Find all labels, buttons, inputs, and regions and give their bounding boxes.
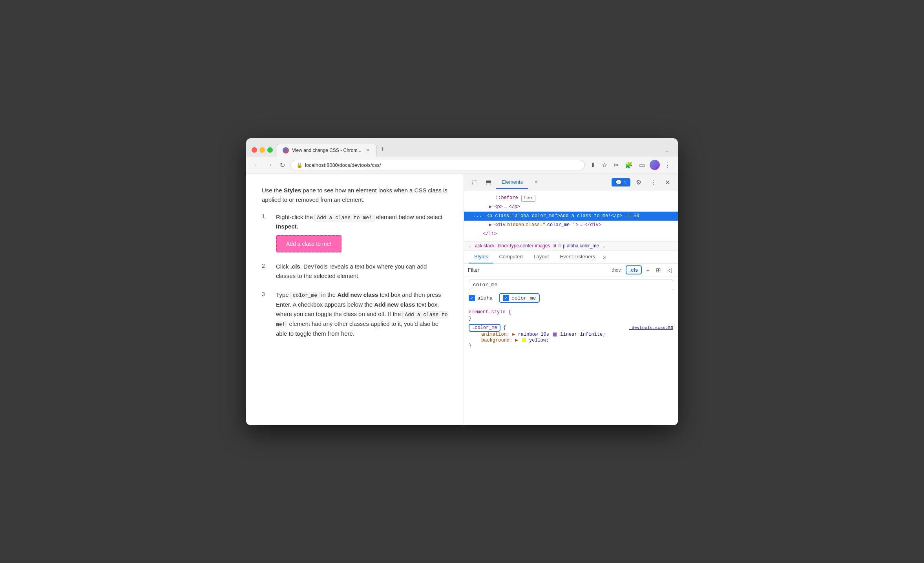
filter-actions: :hov .cls + ⊞ ◁ bbox=[610, 265, 674, 274]
dom-ellipsis: ... bbox=[473, 212, 482, 220]
dom-div-tag: <div bbox=[494, 221, 506, 229]
tab-overflow-button[interactable]: ⌄ bbox=[662, 145, 672, 157]
minimize-window-button[interactable] bbox=[259, 147, 265, 153]
demo-button[interactable]: Add a class to me! bbox=[276, 235, 341, 252]
style-selector-element: element.style { bbox=[469, 309, 673, 315]
add-style-rule-button[interactable]: + bbox=[644, 266, 652, 274]
extension-scissor-icon[interactable]: ✂ bbox=[612, 160, 620, 170]
styles-tabs-bar: Styles Computed Layout Event Listeners » bbox=[464, 250, 678, 264]
tab-layout[interactable]: Layout bbox=[528, 250, 554, 263]
address-input[interactable]: 🔒 localhost:8080/docs/devtools/css/ bbox=[290, 160, 585, 170]
tab-favicon bbox=[283, 147, 289, 154]
inline-code-3b: Add a class to me! bbox=[276, 311, 448, 328]
filter-input[interactable] bbox=[468, 267, 606, 273]
back-button[interactable]: ← bbox=[252, 160, 261, 170]
inline-code-1: Add a class to me! bbox=[314, 214, 374, 221]
bookmark-icon[interactable]: ☆ bbox=[600, 160, 609, 170]
title-bar: View and change CSS - Chrom... ✕ + ⌄ bbox=[246, 138, 678, 157]
dom-line-selected[interactable]: ... <p class="aloha color_me">Add a clas… bbox=[464, 212, 678, 221]
close-window-button[interactable] bbox=[252, 147, 257, 153]
forward-button[interactable]: → bbox=[265, 160, 274, 170]
step-content-1: Right-click the Add a class to me! eleme… bbox=[276, 212, 448, 253]
style-prop-background: background: ▶ yellow; bbox=[469, 337, 673, 343]
tab-more-panels[interactable]: » bbox=[529, 176, 543, 189]
step-list: 1 Right-click the Add a class to me! ele… bbox=[262, 212, 448, 338]
console-badge[interactable]: 💬 1 bbox=[612, 178, 630, 186]
extensions-icon[interactable]: 🧩 bbox=[623, 160, 634, 170]
step-number-3: 3 bbox=[262, 290, 270, 338]
console-count: 1 bbox=[624, 179, 626, 185]
hov-button[interactable]: :hov bbox=[610, 267, 623, 274]
color-me-open-brace: { bbox=[503, 325, 506, 331]
cls-checkbox-aloha[interactable]: ✓ aloha bbox=[469, 295, 493, 301]
tab-styles[interactable]: Styles bbox=[469, 250, 493, 263]
user-avatar[interactable] bbox=[650, 160, 660, 170]
styles-bold: Styles bbox=[284, 187, 301, 194]
menu-icon[interactable]: ⋮ bbox=[663, 160, 672, 170]
breadcrumb-ol[interactable]: ol bbox=[552, 243, 556, 249]
background-color-swatch bbox=[522, 338, 526, 342]
add-new-class-bold-2: Add new class bbox=[374, 301, 415, 308]
background-expand-arrow[interactable]: ▶ bbox=[515, 338, 518, 343]
step-text-3: Type color_me in the Add new class text … bbox=[276, 290, 448, 338]
step-content-2: Click .cls. DevTools reveals a text box … bbox=[276, 262, 448, 281]
close-devtools-icon[interactable]: ✕ bbox=[662, 176, 673, 188]
dom-flex-badge: flex bbox=[521, 195, 535, 202]
dom-line-p1[interactable]: ▶ <p>…</p> bbox=[464, 203, 678, 212]
dom-line-li-close[interactable]: </li> bbox=[464, 230, 678, 239]
console-icon: 💬 bbox=[615, 179, 622, 185]
devtools-header: ⬚ ⬒ Elements » 💬 1 ⚙ ⋮ ✕ bbox=[464, 174, 678, 191]
dom-li-close-tag: </li> bbox=[483, 230, 497, 238]
style-source-link[interactable]: _devtools.scss:55 bbox=[629, 325, 673, 330]
dom-arrow-div[interactable]: ▶ bbox=[489, 221, 492, 229]
element-style-close: } bbox=[469, 316, 673, 321]
cls-checkbox-color-me[interactable]: ✓ color_me bbox=[499, 293, 540, 303]
cls-checkboxes: ✓ aloha ✓ color_me bbox=[469, 293, 673, 303]
step-text-2: Click .cls. DevTools reveals a text box … bbox=[276, 262, 448, 281]
dom-line-div[interactable]: ▶ <div hidden class="color_me" >…</div> bbox=[464, 221, 678, 230]
main-content: Use the Styles pane to see how an elemen… bbox=[246, 174, 678, 425]
more-options-icon[interactable]: ⋮ bbox=[647, 176, 659, 188]
share-icon[interactable]: ⬆ bbox=[589, 160, 597, 170]
breadcrumb-stack[interactable]: ack.stack--block.type.center-images bbox=[475, 243, 550, 249]
tabs-area: View and change CSS - Chrom... ✕ + ⌄ bbox=[277, 142, 672, 157]
color-me-checkbox[interactable]: ✓ bbox=[503, 295, 509, 301]
tab-elements[interactable]: Elements bbox=[496, 176, 528, 189]
settings-icon[interactable]: ⚙ bbox=[633, 176, 645, 188]
cls-class-input[interactable] bbox=[469, 280, 673, 290]
color-me-selector: .color_me bbox=[469, 324, 500, 332]
breadcrumb-li[interactable]: li bbox=[559, 243, 561, 249]
dom-selected-html: <p class="aloha color_me">Add a class to… bbox=[487, 212, 639, 220]
tab-close-button[interactable]: ✕ bbox=[365, 147, 371, 154]
style-selector-color-me: .color_me { _devtools.scss:55 bbox=[469, 325, 673, 331]
element-style-selector: element.style { bbox=[469, 309, 511, 315]
cls-button[interactable]: .cls bbox=[626, 265, 642, 274]
dom-pseudo-before: ::before bbox=[495, 194, 518, 202]
animation-expand-arrow[interactable]: ▶ bbox=[512, 332, 515, 337]
cls-panel: ✓ aloha ✓ color_me bbox=[464, 276, 678, 306]
devtools-header-actions: 💬 1 ⚙ ⋮ ✕ bbox=[612, 176, 673, 188]
sidebar-icon[interactable]: ▭ bbox=[637, 160, 646, 170]
new-tab-button[interactable]: + bbox=[377, 142, 389, 157]
aloha-checkbox[interactable]: ✓ bbox=[469, 295, 475, 301]
tab-computed[interactable]: Computed bbox=[493, 250, 528, 263]
animation-value: rainbow 10s bbox=[518, 332, 552, 337]
breadcrumb-bar: ... ack.stack--block.type.center-images … bbox=[464, 241, 678, 250]
inspect-element-icon[interactable]: ⬚ bbox=[469, 176, 481, 188]
maximize-window-button[interactable] bbox=[267, 147, 273, 153]
dom-arrow-p1[interactable]: ▶ bbox=[489, 203, 492, 211]
browser-tab[interactable]: View and change CSS - Chrom... ✕ bbox=[277, 144, 377, 157]
breadcrumb-p[interactable]: p.aloha.color_me bbox=[563, 243, 599, 249]
aloha-label: aloha bbox=[477, 295, 493, 301]
styles-tabs-more[interactable]: » bbox=[601, 254, 609, 261]
animation-color-swatch bbox=[553, 333, 557, 336]
dom-line-before[interactable]: ::before flex bbox=[464, 194, 678, 203]
tab-event-listeners[interactable]: Event Listeners bbox=[554, 250, 601, 263]
reload-button[interactable]: ↻ bbox=[278, 160, 287, 170]
toggle-sidebar-icon[interactable]: ◁ bbox=[665, 266, 674, 274]
new-style-rule-icon[interactable]: ⊞ bbox=[654, 266, 663, 274]
device-toolbar-icon[interactable]: ⬒ bbox=[482, 176, 495, 188]
step-item-3: 3 Type color_me in the Add new class tex… bbox=[262, 290, 448, 338]
address-url: localhost:8080/docs/devtools/css/ bbox=[305, 162, 381, 168]
color-me-close-brace: } bbox=[469, 343, 673, 349]
